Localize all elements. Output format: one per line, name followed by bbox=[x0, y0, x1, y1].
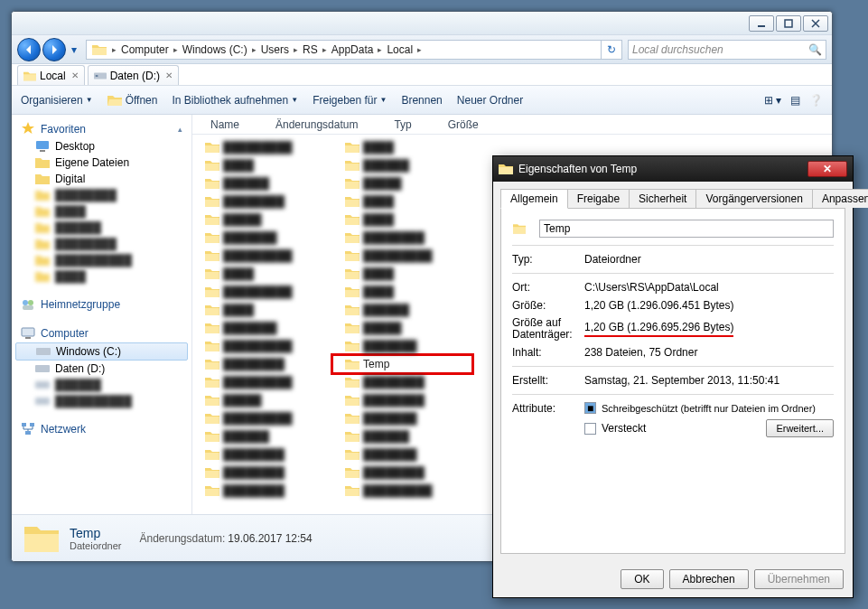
file-item-blurred[interactable]: █████ bbox=[192, 391, 332, 409]
preview-pane-icon[interactable]: ▤ bbox=[790, 94, 800, 107]
crumb-drive[interactable]: Windows (C:) bbox=[180, 43, 250, 56]
readonly-checkbox[interactable]: ■ bbox=[584, 402, 596, 414]
sidebar-item-blurred[interactable]: ██████ bbox=[12, 377, 191, 393]
file-item-blurred[interactable]: ████████ bbox=[332, 391, 472, 409]
file-item-blurred[interactable]: ████ bbox=[332, 211, 472, 229]
tab-daten[interactable]: Daten (D:) ✕ bbox=[88, 65, 179, 85]
share-menu[interactable]: Freigeben für▼ bbox=[313, 94, 387, 107]
file-item-blurred[interactable]: ████████ bbox=[332, 229, 472, 247]
file-item-blurred[interactable]: ████████ bbox=[192, 482, 332, 500]
sidebar-item-blurred[interactable]: ████████ bbox=[12, 187, 191, 203]
file-item-blurred[interactable]: █████████ bbox=[192, 283, 332, 301]
hidden-checkbox[interactable] bbox=[584, 423, 596, 435]
file-item-temp[interactable]: Temp bbox=[332, 355, 472, 373]
file-item-blurred[interactable]: █████ bbox=[332, 174, 472, 192]
file-item-blurred[interactable]: ██████ bbox=[332, 156, 472, 174]
file-item-blurred[interactable]: ████ bbox=[332, 283, 472, 301]
breadcrumb-bar[interactable]: ▸ Computer▸ Windows (C:)▸ Users▸ RS▸ App… bbox=[86, 40, 601, 60]
file-item-blurred[interactable]: ████████ bbox=[192, 464, 332, 482]
properties-titlebar[interactable]: Eigenschaften von Temp ✕ bbox=[493, 156, 853, 182]
file-item-blurred[interactable]: █████████ bbox=[332, 247, 472, 265]
close-button[interactable] bbox=[803, 15, 828, 32]
burn-button[interactable]: Brennen bbox=[401, 94, 442, 107]
file-item-blurred[interactable]: ██████ bbox=[332, 301, 472, 319]
tab-vorgaenger[interactable]: Vorgängerversionen bbox=[695, 189, 812, 208]
file-item-blurred[interactable]: ████ bbox=[332, 265, 472, 283]
sidebar-network-header[interactable]: Netzwerk bbox=[12, 420, 191, 438]
sidebar-item-desktop[interactable]: Desktop bbox=[12, 138, 191, 155]
file-item-blurred[interactable]: ████████ bbox=[192, 355, 332, 373]
tab-freigabe[interactable]: Freigabe bbox=[567, 189, 630, 208]
file-item-blurred[interactable]: ████████ bbox=[192, 192, 332, 211]
file-item-blurred[interactable]: ██████ bbox=[192, 427, 332, 445]
advanced-button[interactable]: Erweitert... bbox=[766, 419, 834, 437]
file-item-blurred[interactable]: ████ bbox=[332, 192, 472, 211]
sidebar-item-blurred[interactable]: ██████████ bbox=[12, 252, 191, 268]
sidebar-computer-header[interactable]: Computer bbox=[12, 324, 191, 342]
open-button[interactable]: Öffnen bbox=[107, 94, 158, 107]
crumb-rs[interactable]: RS bbox=[300, 43, 321, 56]
back-button[interactable] bbox=[17, 38, 41, 61]
sidebar-item-blurred[interactable]: ██████████ bbox=[12, 393, 191, 409]
file-item-blurred[interactable]: ███████ bbox=[332, 409, 472, 427]
view-options-icon[interactable]: ⊞ ▾ bbox=[764, 94, 781, 107]
sidebar-item-windows-c[interactable]: Windows (C:) bbox=[15, 342, 188, 361]
tab-local[interactable]: Local ✕ bbox=[17, 65, 85, 85]
file-item-blurred[interactable]: █████████ bbox=[192, 247, 332, 265]
sidebar-item-blurred[interactable]: ████ bbox=[12, 268, 191, 285]
minimize-button[interactable] bbox=[749, 15, 774, 32]
file-item-blurred[interactable]: ███████ bbox=[332, 445, 472, 464]
file-item-blurred[interactable]: ████ bbox=[192, 265, 332, 283]
tab-close-icon[interactable]: ✕ bbox=[71, 70, 79, 80]
file-item-blurred[interactable]: ████ bbox=[332, 138, 472, 156]
refresh-button[interactable]: ↻ bbox=[601, 40, 622, 60]
file-item-blurred[interactable]: ████████ bbox=[332, 373, 472, 391]
file-item-blurred[interactable]: ████ bbox=[192, 156, 332, 174]
folder-name-input[interactable] bbox=[539, 220, 834, 238]
file-item-blurred[interactable]: █████████ bbox=[192, 337, 332, 355]
history-dropdown[interactable]: ▾ bbox=[68, 42, 80, 58]
file-item-blurred[interactable]: ███████ bbox=[192, 229, 332, 247]
sidebar-item-blurred[interactable]: ████████ bbox=[12, 236, 191, 252]
cancel-button[interactable]: Abbrechen bbox=[669, 569, 749, 589]
file-item-blurred[interactable]: ████ bbox=[192, 301, 332, 319]
properties-close-button[interactable]: ✕ bbox=[807, 161, 847, 177]
file-item-blurred[interactable]: ██████ bbox=[332, 427, 472, 445]
file-item-blurred[interactable]: █████████ bbox=[192, 373, 332, 391]
tab-close-icon[interactable]: ✕ bbox=[165, 70, 173, 80]
ok-button[interactable]: OK bbox=[621, 569, 663, 589]
file-item-blurred[interactable]: ████████ bbox=[332, 464, 472, 482]
apply-button[interactable]: Übernehmen bbox=[754, 569, 844, 589]
tab-sicherheit[interactable]: Sicherheit bbox=[629, 189, 696, 208]
crumb-computer[interactable]: Computer bbox=[118, 43, 172, 56]
sidebar-item-blurred[interactable]: ██████ bbox=[12, 220, 191, 236]
file-item-blurred[interactable]: ███████ bbox=[192, 319, 332, 337]
crumb-appdata[interactable]: AppData bbox=[329, 43, 377, 56]
file-item-blurred[interactable]: ██████ bbox=[192, 174, 332, 192]
library-menu[interactable]: In Bibliothek aufnehmen▼ bbox=[172, 94, 298, 107]
column-headers[interactable]: Name Änderungsdatum Typ Größe bbox=[192, 115, 832, 135]
file-item-blurred[interactable]: ████████ bbox=[192, 445, 332, 464]
sidebar-item-digital[interactable]: Digital bbox=[12, 171, 191, 187]
forward-button[interactable] bbox=[42, 38, 66, 61]
new-folder-button[interactable]: Neuer Ordner bbox=[457, 94, 523, 107]
search-input[interactable]: Local durchsuchen 🔍 bbox=[628, 40, 826, 60]
sidebar-favorites-header[interactable]: Favoriten▴ bbox=[12, 120, 191, 138]
sidebar-item-blurred[interactable]: ████ bbox=[12, 203, 191, 220]
file-item-blurred[interactable]: █████████ bbox=[192, 138, 332, 156]
file-item-blurred[interactable]: █████ bbox=[192, 211, 332, 229]
file-item-blurred[interactable]: █████████ bbox=[332, 482, 472, 500]
help-icon[interactable]: ❔ bbox=[809, 94, 823, 107]
sidebar-item-documents[interactable]: Eigene Dateien bbox=[12, 155, 191, 171]
sidebar-homegroup-header[interactable]: Heimnetzgruppe bbox=[12, 295, 191, 314]
file-item-blurred[interactable]: ███████ bbox=[332, 337, 472, 355]
sidebar-item-daten-d[interactable]: Daten (D:) bbox=[12, 361, 191, 377]
tab-anpassen[interactable]: Anpassen bbox=[812, 189, 868, 208]
organize-menu[interactable]: Organisieren▼ bbox=[21, 94, 93, 107]
tab-allgemein[interactable]: Allgemein bbox=[500, 189, 568, 209]
file-item-blurred[interactable]: █████ bbox=[332, 319, 472, 337]
crumb-local[interactable]: Local bbox=[384, 43, 415, 56]
maximize-button[interactable] bbox=[776, 15, 801, 32]
file-item-blurred[interactable]: █████████ bbox=[192, 409, 332, 427]
crumb-users[interactable]: Users bbox=[258, 43, 292, 56]
